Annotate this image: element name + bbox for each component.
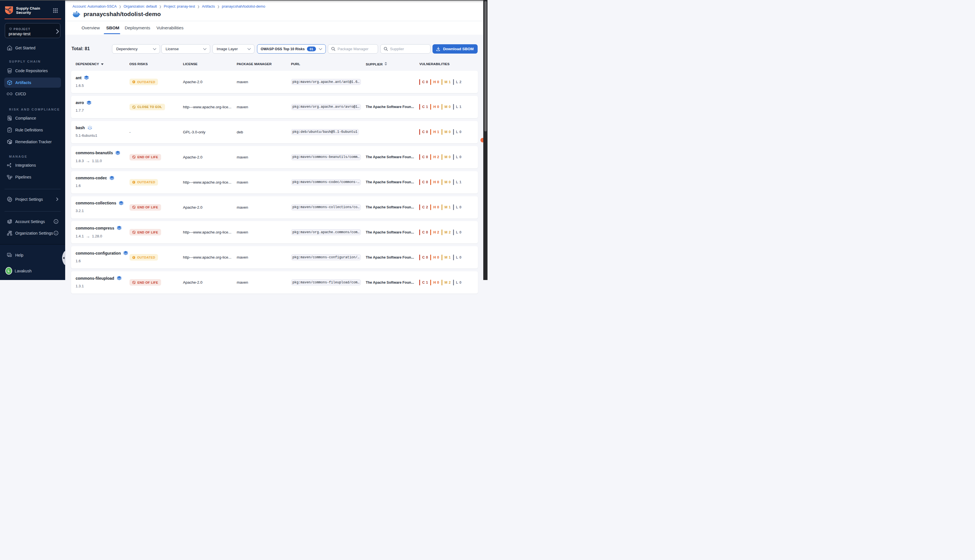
svg-text:?: ? xyxy=(8,253,10,256)
